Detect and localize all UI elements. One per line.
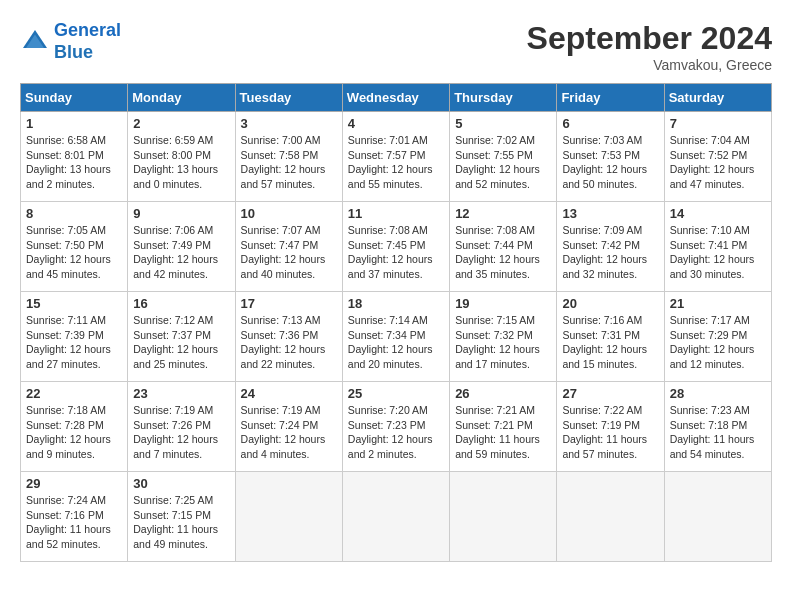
calendar-week-5: 29Sunrise: 7:24 AM Sunset: 7:16 PM Dayli… bbox=[21, 472, 772, 562]
calendar-cell: 15Sunrise: 7:11 AM Sunset: 7:39 PM Dayli… bbox=[21, 292, 128, 382]
calendar-cell bbox=[342, 472, 449, 562]
day-info: Sunrise: 7:11 AM Sunset: 7:39 PM Dayligh… bbox=[26, 313, 122, 372]
day-number: 7 bbox=[670, 116, 766, 131]
calendar-cell: 17Sunrise: 7:13 AM Sunset: 7:36 PM Dayli… bbox=[235, 292, 342, 382]
calendar-cell: 11Sunrise: 7:08 AM Sunset: 7:45 PM Dayli… bbox=[342, 202, 449, 292]
calendar-cell: 26Sunrise: 7:21 AM Sunset: 7:21 PM Dayli… bbox=[450, 382, 557, 472]
day-number: 15 bbox=[26, 296, 122, 311]
day-info: Sunrise: 7:06 AM Sunset: 7:49 PM Dayligh… bbox=[133, 223, 229, 282]
calendar-cell: 22Sunrise: 7:18 AM Sunset: 7:28 PM Dayli… bbox=[21, 382, 128, 472]
calendar-cell: 29Sunrise: 7:24 AM Sunset: 7:16 PM Dayli… bbox=[21, 472, 128, 562]
calendar-cell: 25Sunrise: 7:20 AM Sunset: 7:23 PM Dayli… bbox=[342, 382, 449, 472]
calendar-cell: 27Sunrise: 7:22 AM Sunset: 7:19 PM Dayli… bbox=[557, 382, 664, 472]
day-info: Sunrise: 7:19 AM Sunset: 7:24 PM Dayligh… bbox=[241, 403, 337, 462]
day-number: 1 bbox=[26, 116, 122, 131]
calendar-cell: 12Sunrise: 7:08 AM Sunset: 7:44 PM Dayli… bbox=[450, 202, 557, 292]
day-info: Sunrise: 6:59 AM Sunset: 8:00 PM Dayligh… bbox=[133, 133, 229, 192]
day-number: 3 bbox=[241, 116, 337, 131]
day-number: 24 bbox=[241, 386, 337, 401]
title-block: September 2024 Vamvakou, Greece bbox=[527, 20, 772, 73]
day-number: 14 bbox=[670, 206, 766, 221]
day-info: Sunrise: 7:22 AM Sunset: 7:19 PM Dayligh… bbox=[562, 403, 658, 462]
logo: General Blue bbox=[20, 20, 121, 63]
day-info: Sunrise: 7:24 AM Sunset: 7:16 PM Dayligh… bbox=[26, 493, 122, 552]
day-info: Sunrise: 7:01 AM Sunset: 7:57 PM Dayligh… bbox=[348, 133, 444, 192]
calendar-cell: 1Sunrise: 6:58 AM Sunset: 8:01 PM Daylig… bbox=[21, 112, 128, 202]
calendar-week-1: 1Sunrise: 6:58 AM Sunset: 8:01 PM Daylig… bbox=[21, 112, 772, 202]
day-number: 27 bbox=[562, 386, 658, 401]
day-number: 20 bbox=[562, 296, 658, 311]
weekday-header-tuesday: Tuesday bbox=[235, 84, 342, 112]
day-info: Sunrise: 7:14 AM Sunset: 7:34 PM Dayligh… bbox=[348, 313, 444, 372]
month-title: September 2024 bbox=[527, 20, 772, 57]
day-info: Sunrise: 7:18 AM Sunset: 7:28 PM Dayligh… bbox=[26, 403, 122, 462]
calendar-cell bbox=[235, 472, 342, 562]
day-number: 2 bbox=[133, 116, 229, 131]
day-info: Sunrise: 7:07 AM Sunset: 7:47 PM Dayligh… bbox=[241, 223, 337, 282]
calendar-cell bbox=[557, 472, 664, 562]
weekday-header-monday: Monday bbox=[128, 84, 235, 112]
logo-icon bbox=[20, 27, 50, 57]
calendar-cell: 23Sunrise: 7:19 AM Sunset: 7:26 PM Dayli… bbox=[128, 382, 235, 472]
calendar-week-2: 8Sunrise: 7:05 AM Sunset: 7:50 PM Daylig… bbox=[21, 202, 772, 292]
day-number: 5 bbox=[455, 116, 551, 131]
weekday-header-row: SundayMondayTuesdayWednesdayThursdayFrid… bbox=[21, 84, 772, 112]
day-info: Sunrise: 7:09 AM Sunset: 7:42 PM Dayligh… bbox=[562, 223, 658, 282]
day-info: Sunrise: 7:17 AM Sunset: 7:29 PM Dayligh… bbox=[670, 313, 766, 372]
weekday-header-sunday: Sunday bbox=[21, 84, 128, 112]
calendar-cell: 18Sunrise: 7:14 AM Sunset: 7:34 PM Dayli… bbox=[342, 292, 449, 382]
location: Vamvakou, Greece bbox=[527, 57, 772, 73]
calendar-cell: 13Sunrise: 7:09 AM Sunset: 7:42 PM Dayli… bbox=[557, 202, 664, 292]
day-info: Sunrise: 7:02 AM Sunset: 7:55 PM Dayligh… bbox=[455, 133, 551, 192]
calendar-cell bbox=[664, 472, 771, 562]
day-info: Sunrise: 7:12 AM Sunset: 7:37 PM Dayligh… bbox=[133, 313, 229, 372]
calendar-cell: 7Sunrise: 7:04 AM Sunset: 7:52 PM Daylig… bbox=[664, 112, 771, 202]
calendar-cell: 6Sunrise: 7:03 AM Sunset: 7:53 PM Daylig… bbox=[557, 112, 664, 202]
calendar-cell: 5Sunrise: 7:02 AM Sunset: 7:55 PM Daylig… bbox=[450, 112, 557, 202]
calendar-cell: 2Sunrise: 6:59 AM Sunset: 8:00 PM Daylig… bbox=[128, 112, 235, 202]
day-info: Sunrise: 7:08 AM Sunset: 7:44 PM Dayligh… bbox=[455, 223, 551, 282]
day-info: Sunrise: 7:21 AM Sunset: 7:21 PM Dayligh… bbox=[455, 403, 551, 462]
day-info: Sunrise: 7:04 AM Sunset: 7:52 PM Dayligh… bbox=[670, 133, 766, 192]
day-info: Sunrise: 7:10 AM Sunset: 7:41 PM Dayligh… bbox=[670, 223, 766, 282]
day-info: Sunrise: 7:03 AM Sunset: 7:53 PM Dayligh… bbox=[562, 133, 658, 192]
day-number: 17 bbox=[241, 296, 337, 311]
calendar-cell: 16Sunrise: 7:12 AM Sunset: 7:37 PM Dayli… bbox=[128, 292, 235, 382]
day-info: Sunrise: 7:15 AM Sunset: 7:32 PM Dayligh… bbox=[455, 313, 551, 372]
calendar-week-4: 22Sunrise: 7:18 AM Sunset: 7:28 PM Dayli… bbox=[21, 382, 772, 472]
weekday-header-saturday: Saturday bbox=[664, 84, 771, 112]
calendar-cell: 19Sunrise: 7:15 AM Sunset: 7:32 PM Dayli… bbox=[450, 292, 557, 382]
day-number: 21 bbox=[670, 296, 766, 311]
calendar-cell: 21Sunrise: 7:17 AM Sunset: 7:29 PM Dayli… bbox=[664, 292, 771, 382]
day-info: Sunrise: 7:00 AM Sunset: 7:58 PM Dayligh… bbox=[241, 133, 337, 192]
day-info: Sunrise: 7:20 AM Sunset: 7:23 PM Dayligh… bbox=[348, 403, 444, 462]
day-number: 23 bbox=[133, 386, 229, 401]
day-number: 29 bbox=[26, 476, 122, 491]
calendar-cell: 14Sunrise: 7:10 AM Sunset: 7:41 PM Dayli… bbox=[664, 202, 771, 292]
calendar-cell: 24Sunrise: 7:19 AM Sunset: 7:24 PM Dayli… bbox=[235, 382, 342, 472]
calendar-cell: 30Sunrise: 7:25 AM Sunset: 7:15 PM Dayli… bbox=[128, 472, 235, 562]
day-number: 18 bbox=[348, 296, 444, 311]
day-info: Sunrise: 6:58 AM Sunset: 8:01 PM Dayligh… bbox=[26, 133, 122, 192]
calendar-cell: 8Sunrise: 7:05 AM Sunset: 7:50 PM Daylig… bbox=[21, 202, 128, 292]
day-number: 28 bbox=[670, 386, 766, 401]
day-number: 30 bbox=[133, 476, 229, 491]
day-number: 12 bbox=[455, 206, 551, 221]
logo-text: General Blue bbox=[54, 20, 121, 63]
calendar-cell: 10Sunrise: 7:07 AM Sunset: 7:47 PM Dayli… bbox=[235, 202, 342, 292]
calendar-week-3: 15Sunrise: 7:11 AM Sunset: 7:39 PM Dayli… bbox=[21, 292, 772, 382]
weekday-header-friday: Friday bbox=[557, 84, 664, 112]
day-number: 6 bbox=[562, 116, 658, 131]
logo-line2: Blue bbox=[54, 42, 93, 62]
day-number: 22 bbox=[26, 386, 122, 401]
day-number: 16 bbox=[133, 296, 229, 311]
day-number: 19 bbox=[455, 296, 551, 311]
day-number: 25 bbox=[348, 386, 444, 401]
weekday-header-wednesday: Wednesday bbox=[342, 84, 449, 112]
day-number: 11 bbox=[348, 206, 444, 221]
calendar-cell bbox=[450, 472, 557, 562]
day-info: Sunrise: 7:25 AM Sunset: 7:15 PM Dayligh… bbox=[133, 493, 229, 552]
day-info: Sunrise: 7:19 AM Sunset: 7:26 PM Dayligh… bbox=[133, 403, 229, 462]
day-number: 9 bbox=[133, 206, 229, 221]
day-info: Sunrise: 7:08 AM Sunset: 7:45 PM Dayligh… bbox=[348, 223, 444, 282]
